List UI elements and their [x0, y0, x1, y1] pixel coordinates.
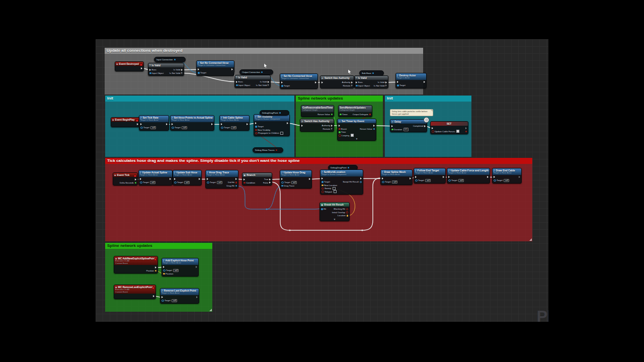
- pin-is-valid[interactable]: Is Valid: [173, 68, 183, 71]
- pin-position[interactable]: Position: [163, 273, 179, 276]
- pin-exec[interactable]: [198, 178, 201, 181]
- node-switch-has-authority-1[interactable]: ⇄Switch Has AuthorityAuthorityRemote: [320, 75, 354, 88]
- pin-remote[interactable]: Remote: [322, 128, 333, 131]
- node-update-sub-hose[interactable]: ƒUpdate Sub HoseTarget is Hose ActorTarg…: [173, 170, 202, 186]
- pin-checkbox[interactable]: [351, 134, 354, 137]
- node-header[interactable]: ƒSet Tick RateTarget is Hose Actor: [139, 116, 169, 122]
- node-set-tick-rate[interactable]: ƒSet Tick RateTarget is Hose ActorTarget…: [139, 115, 169, 131]
- getter-get-input-connection[interactable]: Input Connection: [154, 57, 186, 62]
- pin-exec[interactable]: [197, 68, 207, 71]
- node-update-hose-drag[interactable]: ƒUpdate Hose DragTarget is Hose ActorTar…: [280, 170, 312, 189]
- node-event-destroyed[interactable]: ◈Event Destroyed: [115, 61, 144, 71]
- pin-event[interactable]: Event: [338, 128, 354, 131]
- pin-timer[interactable]: Timer: [339, 113, 348, 116]
- pin-swept-hit-result[interactable]: Swept Hit Result: [342, 180, 362, 184]
- pin-checkbox[interactable]: [280, 132, 283, 135]
- node-header[interactable]: ◈MC RemoveLastExplicitPointExecutes On A…: [114, 285, 155, 294]
- pin-checkbox[interactable]: [456, 130, 459, 133]
- node-header[interactable]: ▣Break Hit Result: [320, 203, 349, 207]
- pin-new-location[interactable]: New Location: [321, 184, 338, 187]
- pin-target[interactable]: Targetself: [174, 181, 190, 184]
- node-header[interactable]: ƒSet No Connected HoseTarget is Containe…: [280, 74, 317, 80]
- pin-target[interactable]: Target: [396, 84, 406, 87]
- node-header[interactable]: ◈Event BeginPlay: [111, 118, 139, 122]
- node-add-explicit-hose-point[interactable]: ƒAdd Explicit Hose PointTarget is Hose A…: [162, 258, 199, 277]
- pin-exec[interactable]: [171, 123, 188, 126]
- node-header[interactable]: ƒDestroy ActorTarget is Actor: [396, 73, 426, 80]
- node-set-update-cable-forces[interactable]: SETUpdate Cable Forces: [430, 121, 468, 134]
- pin-value-box[interactable]: self: [504, 179, 509, 183]
- node-header[interactable]: GetReasonableSendTimeCollapsed Graph: [301, 106, 334, 112]
- pin-target[interactable]: Targetself: [171, 126, 188, 129]
- pin-exec[interactable]: [206, 178, 223, 181]
- node-event-begin-play[interactable]: ◈Event BeginPlay: [111, 117, 140, 127]
- node-header[interactable]: ◈Event Destroyed: [115, 62, 143, 66]
- pin-value-box[interactable]: self: [425, 179, 431, 183]
- pin-exec[interactable]: [373, 124, 375, 127]
- pin-propagate-to-children[interactable]: Propagate to Children: [255, 132, 284, 135]
- pin-target[interactable]: Targetself: [220, 126, 237, 129]
- node-header[interactable]: ?Is Valid: [235, 75, 270, 79]
- pin-exec[interactable]: [161, 296, 178, 299]
- pin-target[interactable]: Targetself: [381, 180, 398, 184]
- getter-get-debug-drag-point-init[interactable]: DebugDragPoint: [260, 110, 289, 116]
- pin-exec[interactable]: [196, 296, 198, 299]
- node-remove-last-explicit-point[interactable]: ƒRemove Last Explicit PointTarget is Hos…: [160, 288, 199, 304]
- node-set-timer-by-event[interactable]: ◷Set Timer by EventEventTimeLoopingRetur…: [337, 119, 376, 141]
- getter-get-output-connection[interactable]: Output Connection: [239, 69, 273, 75]
- pin-exec[interactable]: [220, 123, 237, 126]
- node-header[interactable]: ƒSetWorldLocationTarget is Scene Compone…: [320, 170, 363, 176]
- node-header[interactable]: ƒInit Cable SplineTarget is Hose Actor: [220, 116, 249, 122]
- pin-condition[interactable]: Condition: [243, 182, 256, 185]
- pin-value-box[interactable]: self: [182, 126, 187, 130]
- pin-looping[interactable]: Looping: [338, 134, 354, 137]
- pin-exec[interactable]: [465, 127, 467, 130]
- pin-exec[interactable]: [243, 178, 256, 181]
- pin-target[interactable]: Targetself: [493, 179, 510, 182]
- node-header[interactable]: ƒDraw Spline MeshTarget is Hose Actor: [381, 170, 412, 176]
- pin-exec[interactable]: [396, 81, 406, 84]
- pin-value-box[interactable]: self: [458, 179, 464, 183]
- pin-value-box[interactable]: self: [150, 126, 156, 130]
- pin-exec[interactable]: [391, 125, 409, 128]
- node-send-network-updates[interactable]: SendNetworkUpdatesCollapsed GraphTimerOu…: [338, 105, 372, 117]
- pin-target[interactable]: Targetself: [140, 126, 156, 129]
- expand-arrow-icon[interactable]: ▼: [320, 218, 349, 221]
- comment-resize-handle[interactable]: [529, 238, 532, 241]
- pin-target[interactable]: Target: [321, 180, 338, 184]
- pin-did-hit[interactable]: Did Hit: [227, 181, 237, 184]
- pin-true[interactable]: True: [264, 178, 271, 181]
- pin-exec[interactable]: [321, 177, 338, 180]
- pin-exec[interactable]: [314, 81, 317, 84]
- pin-new-visibility[interactable]: New Visibility: [255, 129, 284, 132]
- comment-resize-handle[interactable]: [209, 309, 212, 311]
- pin-exec[interactable]: Exec: [235, 80, 251, 83]
- pin-output-delegate[interactable]: Output Delegate: [352, 113, 371, 116]
- pin-exec[interactable]: [231, 68, 233, 71]
- pin-initial-overlap[interactable]: Initial Overlap: [332, 211, 349, 214]
- comment-header-spline-network-updates-bottom[interactable]: Spline network updates: [105, 243, 212, 249]
- pin-exec[interactable]: [152, 295, 155, 298]
- pin-exec[interactable]: [140, 123, 156, 126]
- pin-target[interactable]: Targetself: [161, 299, 178, 302]
- pin-exec[interactable]: [140, 67, 143, 70]
- pin-completed[interactable]: Completed: [413, 125, 426, 128]
- pin-exec[interactable]: [246, 123, 249, 126]
- node-is-valid-1[interactable]: ?Is ValidExecInput ObjectIs ValidIs Not …: [148, 63, 184, 76]
- pin-value-box[interactable]: self: [392, 180, 397, 184]
- pin-checkbox[interactable]: [334, 190, 337, 193]
- pin-exec[interactable]: [423, 81, 426, 84]
- comment-header-init-right[interactable]: Init: [385, 96, 471, 102]
- pin-exec[interactable]: [493, 176, 510, 179]
- node-header[interactable]: ?Is Valid: [148, 63, 184, 67]
- pin-exec[interactable]: [431, 127, 460, 130]
- expand-arrow-icon[interactable]: ▼: [338, 138, 376, 140]
- pin-exec[interactable]: [134, 178, 137, 181]
- pin-exec[interactable]: [286, 122, 289, 125]
- node-branch[interactable]: ▣BranchConditionTrueFalse: [242, 172, 272, 186]
- pin-return-value[interactable]: Return Value: [317, 113, 333, 116]
- pin-location[interactable]: Location: [337, 214, 349, 217]
- node-header[interactable]: ◷Delay: [390, 120, 427, 124]
- pin-exec[interactable]: [169, 178, 172, 181]
- delay-note-bubble[interactable]: Delay lets cable particles settle before…: [390, 109, 433, 116]
